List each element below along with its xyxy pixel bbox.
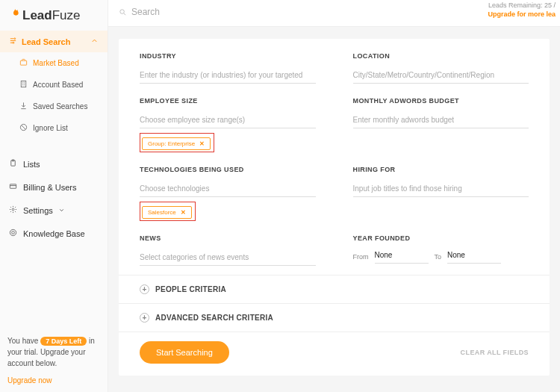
top-right: Leads Remaining: 25 / Upgrade for more l…: [488, 1, 556, 18]
nav-saved-searches[interactable]: Saved Searches: [6, 96, 108, 117]
briefcase-icon: [19, 58, 28, 68]
tech-input[interactable]: [140, 183, 316, 197]
nav-sub: Market Based Account Based Saved Searche…: [0, 52, 108, 139]
nav-market-based[interactable]: Market Based: [6, 52, 108, 74]
employee-label: EMPLOYEE SIZE: [140, 97, 316, 105]
location-label: LOCATION: [353, 52, 529, 60]
svg-rect-2: [20, 60, 26, 65]
nav-top-label: Lists: [23, 160, 40, 169]
logo-lead: Lead: [22, 8, 52, 22]
chip-label: Group: Enterprise: [148, 140, 195, 147]
svg-point-10: [12, 231, 15, 234]
chevron-down-icon: [58, 206, 65, 215]
trial-prefix: You have: [7, 337, 38, 345]
trial-box: You have 7 Days Left in your trial. Upgr…: [0, 329, 108, 374]
download-icon: [19, 102, 28, 111]
plus-icon: +: [140, 284, 149, 294]
industry-input[interactable]: [140, 69, 316, 84]
card-icon: [9, 182, 18, 192]
logo-fuze: Fuze: [52, 8, 81, 22]
nav-item-label: Saved Searches: [33, 102, 87, 111]
year-label: YEAR FOUNDED: [353, 234, 529, 242]
sliders-icon: [9, 37, 17, 46]
global-search[interactable]: [119, 5, 550, 21]
nav-top-label: Knowledge Base: [23, 229, 85, 238]
logo: LeadFuze: [0, 0, 108, 31]
svg-point-9: [10, 229, 16, 235]
tech-label: TECHNOLOGIES BEING USED: [140, 166, 316, 173]
ban-icon: [19, 123, 28, 133]
trial-pill: 7 Days Left: [40, 337, 87, 346]
topbar: Leads Remaining: 25 / Upgrade for more l…: [108, 0, 560, 27]
search-input[interactable]: [131, 5, 550, 21]
life-ring-icon: [9, 228, 18, 238]
hiring-label: HIRING FOR: [353, 166, 529, 173]
gear-icon: [9, 205, 18, 215]
close-icon[interactable]: ✕: [181, 209, 186, 216]
year-to-label: To: [435, 253, 442, 264]
year-to-input[interactable]: [447, 249, 501, 264]
building-icon: [19, 80, 28, 90]
svg-point-1: [13, 42, 14, 43]
nav-top-label: Settings: [23, 206, 53, 215]
nav-account-based[interactable]: Account Based: [6, 74, 108, 96]
people-criteria-expander[interactable]: + PEOPLE CRITERIA: [140, 284, 529, 294]
advanced-criteria-expander[interactable]: + ADVANCED SEARCH CRITERIA: [140, 313, 529, 323]
nav-settings[interactable]: Settings: [0, 199, 108, 222]
tech-chip[interactable]: Salesforce ✕: [142, 206, 192, 219]
industry-label: INDUSTRY: [140, 52, 316, 60]
expander-label: ADVANCED SEARCH CRITERIA: [155, 314, 273, 322]
nav-ignore-list[interactable]: Ignore List: [6, 117, 108, 139]
year-from-label: From: [353, 253, 369, 264]
highlight-box: Salesforce ✕: [140, 202, 196, 221]
hiring-input[interactable]: [353, 183, 529, 197]
flame-icon: [9, 7, 21, 23]
news-label: NEWS: [140, 234, 316, 242]
nav-item-label: Market Based: [33, 59, 79, 67]
employee-input[interactable]: [140, 114, 316, 128]
nav-lead-search-label: Lead Search: [22, 37, 70, 46]
highlight-box: Group: Enterprise ✕: [140, 133, 214, 152]
main: Leads Remaining: 25 / Upgrade for more l…: [108, 0, 560, 392]
svg-rect-3: [21, 81, 25, 87]
expander-label: PEOPLE CRITERIA: [155, 285, 226, 293]
adwords-label: MONTHLY ADWORDS BUDGET: [353, 97, 529, 105]
start-searching-button[interactable]: Start Searching: [140, 341, 229, 364]
plus-icon: +: [140, 313, 149, 323]
svg-point-0: [14, 38, 16, 40]
chevron-up-icon: [90, 37, 99, 46]
news-input[interactable]: [140, 252, 316, 266]
leads-remaining: Leads Remaining: 25 /: [488, 1, 556, 9]
upgrade-now-link[interactable]: Upgrade now: [0, 373, 108, 392]
svg-point-11: [120, 9, 125, 13]
nav-lists[interactable]: Lists: [0, 152, 108, 175]
chip-label: Salesforce: [148, 209, 176, 216]
svg-rect-7: [10, 184, 16, 189]
nav-knowledge[interactable]: Knowledge Base: [0, 222, 108, 245]
location-input[interactable]: [353, 69, 529, 84]
clipboard-icon: [9, 159, 18, 169]
nav-item-label: Account Based: [33, 81, 83, 89]
upgrade-more-link[interactable]: Upgrade for more lea: [488, 10, 556, 18]
svg-point-8: [12, 208, 14, 211]
nav-billing[interactable]: Billing & Users: [0, 175, 108, 199]
nav-lead-search[interactable]: Lead Search: [0, 31, 108, 52]
close-icon[interactable]: ✕: [199, 140, 205, 147]
nav-top-label: Billing & Users: [23, 183, 77, 192]
search-icon: [119, 8, 127, 19]
form-card: INDUSTRY LOCATION EMPLOYEE SIZE Group: E…: [119, 39, 550, 376]
employee-chip[interactable]: Group: Enterprise ✕: [142, 137, 211, 150]
adwords-input[interactable]: [353, 114, 529, 128]
year-from-input[interactable]: [375, 249, 429, 264]
content: INDUSTRY LOCATION EMPLOYEE SIZE Group: E…: [108, 27, 560, 392]
sidebar: LeadFuze Lead Search Market Based Accoun…: [0, 0, 108, 392]
clear-all-link[interactable]: CLEAR ALL FIELDS: [461, 349, 529, 356]
nav-item-label: Ignore List: [33, 124, 68, 132]
